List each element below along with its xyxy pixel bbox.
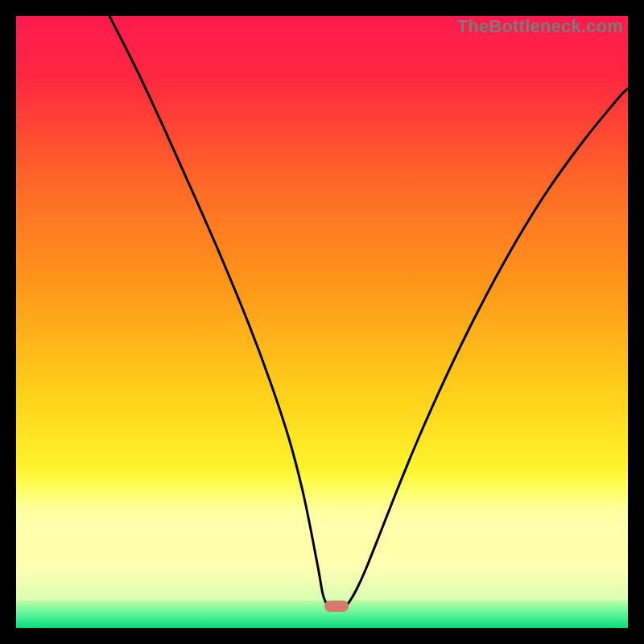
chart-frame: TheBottleneck.com xyxy=(0,0,644,644)
bottleneck-curve xyxy=(16,16,628,628)
watermark-label: TheBottleneck.com xyxy=(457,16,623,37)
curve-path xyxy=(109,16,628,606)
optimal-point-marker xyxy=(324,601,349,612)
plot-area: TheBottleneck.com xyxy=(16,16,628,628)
